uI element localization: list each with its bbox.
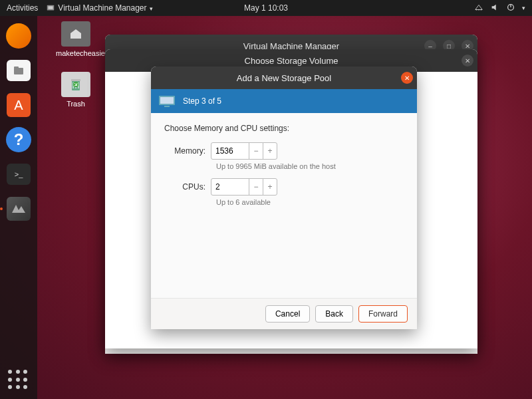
cpus-decrement[interactable]: − [249,178,263,196]
close-button[interactable]: ✕ [462,55,473,66]
memory-increment[interactable]: + [263,142,277,160]
svg-point-3 [478,9,479,10]
forward-button[interactable]: Forward [358,305,408,323]
trash-icon [61,72,90,97]
dock-software[interactable]: A [4,90,33,120]
desktop-folder-maketecheasier[interactable]: maketecheasier [56,21,96,57]
svg-point-4 [481,9,482,10]
desktop-trash[interactable]: Trash [56,72,96,108]
dock-firefox[interactable] [4,21,33,51]
svg-rect-1 [49,6,53,9]
vmm-icon [46,3,55,13]
folder-home-icon [61,21,90,47]
wizard-heading: Choose Memory and CPU settings: [164,124,404,133]
svg-rect-8 [14,66,19,68]
clock[interactable]: May 1 10:03 [244,3,288,13]
dock-terminal[interactable]: >_ [4,160,33,189]
cpus-label: CPUs: [164,182,211,192]
dock-virt-manager[interactable] [4,194,33,223]
svg-point-2 [476,9,477,10]
wizard-step-banner: Step 3 of 5 [151,89,417,113]
back-button[interactable]: Back [315,305,353,323]
power-icon[interactable] [506,3,515,14]
cancel-button[interactable]: Cancel [265,305,310,323]
cpus-increment[interactable]: + [263,178,277,196]
window-title: Add a New Storage Pool [237,73,331,83]
dock-files[interactable] [4,56,33,85]
chevron-down-icon[interactable]: ▾ [522,5,525,11]
dock: A ? >_ [0,16,37,399]
network-icon[interactable] [474,3,483,14]
window-title: Choose Storage Volume [245,56,338,66]
app-menu-label: Virtual Machine Manager [58,3,152,13]
svg-rect-7 [14,68,23,74]
svg-rect-13 [160,97,174,104]
memory-label: Memory: [164,146,211,156]
volume-icon[interactable] [490,3,499,14]
step-label: Step 3 of 5 [183,96,221,106]
memory-hint: Up to 9965 MiB available on the host [216,162,404,170]
top-bar: Activities Virtual Machine Manager May 1… [0,0,532,16]
close-button[interactable]: ✕ [401,72,413,84]
svg-rect-10 [71,79,80,81]
svg-rect-14 [164,106,170,107]
memory-input[interactable] [211,142,249,160]
wizard-titlebar[interactable]: Add a New Storage Pool ✕ [151,66,417,89]
desktop-icon-label: maketecheasier [56,49,96,57]
activities-button[interactable]: Activities [7,3,38,13]
dock-help[interactable]: ? [4,125,33,154]
computer-icon [158,94,176,108]
desktop-icon-label: Trash [56,100,96,108]
cpus-hint: Up to 6 available [216,198,404,206]
new-storage-pool-wizard: Add a New Storage Pool ✕ Step 3 of 5 Cho… [151,66,417,329]
show-applications[interactable] [8,370,29,391]
memory-decrement[interactable]: − [249,142,263,160]
app-menu[interactable]: Virtual Machine Manager [46,3,152,13]
cpus-input[interactable] [211,178,249,196]
